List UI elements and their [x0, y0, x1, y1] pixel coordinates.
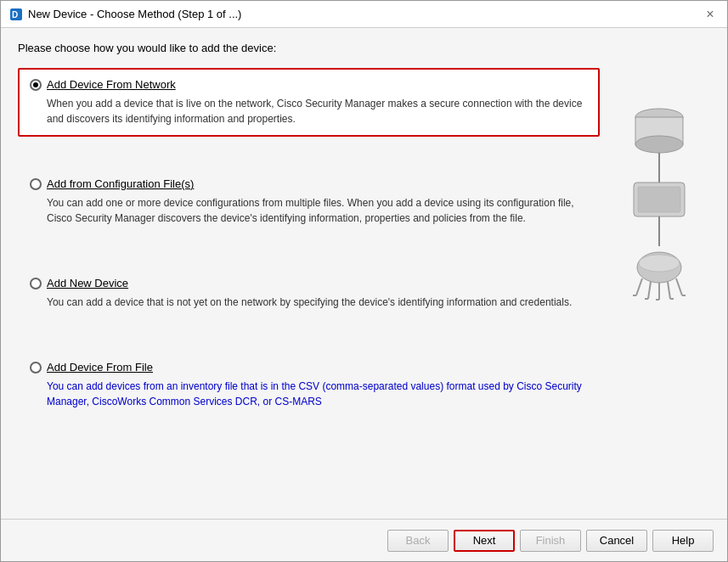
radio-network[interactable] — [30, 79, 42, 91]
option-network-desc: When you add a device that is live on th… — [47, 96, 588, 126]
cancel-button[interactable]: Cancel — [586, 530, 647, 552]
option-new-desc: You can add a device that is not yet on … — [47, 295, 588, 310]
dialog-window: D New Device - Choose Method (Step 1 of … — [0, 0, 728, 562]
option-file-label[interactable]: Add Device From File — [47, 361, 153, 374]
instruction-text: Please choose how you would like to add … — [18, 42, 710, 54]
app-icon: D — [9, 8, 23, 21]
network-diagram — [612, 85, 706, 340]
options-area: Add Device From Network When you add a d… — [18, 68, 600, 510]
dialog-content: Please choose how you would like to add … — [1, 28, 727, 519]
radio-file[interactable] — [30, 362, 42, 374]
svg-line-12 — [648, 282, 651, 299]
option-network[interactable]: Add Device From Network When you add a d… — [18, 68, 600, 137]
svg-point-10 — [639, 255, 680, 272]
svg-line-11 — [636, 278, 642, 295]
svg-line-14 — [668, 282, 670, 299]
option-network-label[interactable]: Add Device From Network — [47, 78, 176, 91]
spacer-1 — [18, 143, 600, 160]
dialog-footer: Back Next Finish Cancel Help — [1, 519, 727, 561]
option-new[interactable]: Add New Device You can add a device that… — [18, 267, 600, 320]
spacer-3 — [18, 327, 600, 344]
svg-point-4 — [635, 136, 683, 153]
option-new-label[interactable]: Add New Device — [47, 277, 128, 289]
next-button[interactable]: Next — [454, 530, 515, 552]
title-bar-left: D New Device - Choose Method (Step 1 of … — [9, 8, 241, 21]
back-button[interactable]: Back — [387, 530, 449, 552]
sidebar-diagram — [608, 68, 710, 510]
close-button[interactable]: × — [702, 6, 719, 23]
diagram-svg — [612, 85, 706, 340]
option-file-header: Add Device From File — [30, 361, 588, 374]
svg-line-15 — [676, 278, 682, 295]
option-config[interactable]: Add from Configuration File(s) You can a… — [18, 167, 600, 236]
option-config-desc: You can add one or more device configura… — [47, 195, 588, 226]
help-button[interactable]: Help — [652, 530, 714, 552]
finish-button[interactable]: Finish — [520, 530, 581, 552]
window-title: New Device - Choose Method (Step 1 of ..… — [28, 8, 241, 20]
svg-text:D: D — [12, 10, 18, 20]
radio-new[interactable] — [30, 278, 42, 289]
option-config-header: Add from Configuration File(s) — [30, 177, 588, 190]
svg-rect-7 — [638, 187, 680, 212]
option-config-label[interactable]: Add from Configuration File(s) — [47, 177, 194, 190]
option-file-desc: You can add devices from an inventory fi… — [47, 379, 588, 409]
spacer-2 — [18, 243, 600, 260]
main-area: Add Device From Network When you add a d… — [18, 68, 710, 510]
option-new-header: Add New Device — [30, 277, 588, 289]
option-network-header: Add Device From Network — [30, 78, 588, 91]
radio-config[interactable] — [30, 178, 42, 190]
option-file[interactable]: Add Device From File You can add devices… — [18, 351, 600, 419]
title-bar: D New Device - Choose Method (Step 1 of … — [1, 1, 727, 28]
